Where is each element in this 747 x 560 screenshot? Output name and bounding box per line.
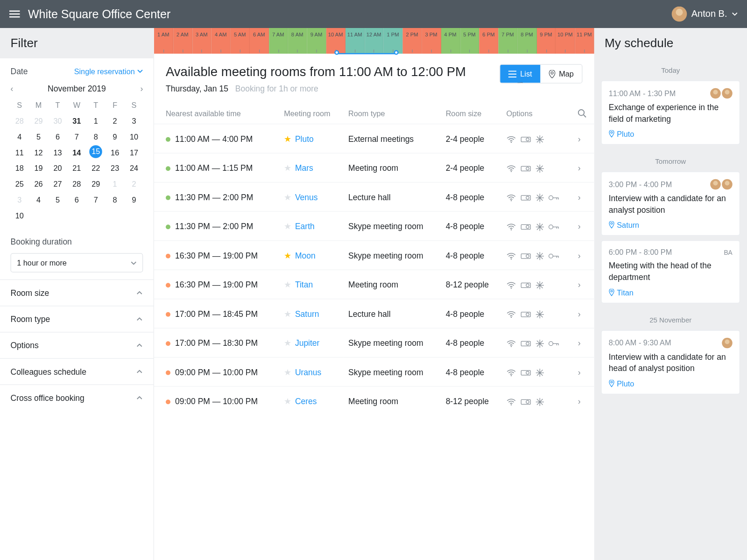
cal-day[interactable]: 9: [125, 193, 143, 207]
cal-day[interactable]: 21: [68, 161, 85, 175]
cal-day[interactable]: 29: [87, 177, 105, 191]
slider-handle-start[interactable]: [334, 50, 339, 55]
star-icon[interactable]: ★: [284, 192, 291, 202]
timeline-hour[interactable]: 11 PM: [575, 28, 594, 54]
star-icon[interactable]: ★: [284, 309, 291, 318]
timeline-hour[interactable]: 10 PM: [556, 28, 575, 54]
cal-day[interactable]: 15: [90, 145, 103, 158]
slider-handle-end[interactable]: [394, 50, 398, 55]
star-icon[interactable]: ★: [284, 367, 291, 377]
timeline-hour[interactable]: 5 AM: [231, 28, 250, 54]
timeline-hour[interactable]: 1 AM: [154, 28, 173, 54]
cal-day[interactable]: 25: [11, 177, 28, 191]
cal-day[interactable]: 30: [49, 114, 66, 128]
duration-select[interactable]: 1 hour or more: [11, 253, 143, 273]
chevron-right-icon[interactable]: ›: [573, 357, 594, 387]
cal-day[interactable]: 1: [87, 114, 105, 128]
chevron-right-icon[interactable]: ›: [573, 153, 594, 182]
cal-day[interactable]: 7: [87, 193, 105, 207]
card-location[interactable]: Pluto: [609, 130, 733, 139]
timeline-hour[interactable]: 7 AM: [269, 28, 288, 54]
cal-day[interactable]: 14: [68, 145, 85, 160]
room-link[interactable]: Uranus: [295, 367, 321, 377]
card-location[interactable]: Titan: [609, 288, 733, 297]
chevron-right-icon[interactable]: ›: [573, 241, 594, 270]
star-icon[interactable]: ★: [284, 222, 291, 231]
cal-day[interactable]: 9: [106, 130, 124, 144]
cal-day[interactable]: 4: [29, 193, 47, 207]
timeline-hour[interactable]: 3 PM: [422, 28, 441, 54]
filter-section[interactable]: Cross office booking: [0, 385, 154, 411]
room-link[interactable]: Ceres: [295, 397, 317, 406]
schedule-card[interactable]: 11:00 AM - 1:30 PMExchange of experience…: [601, 81, 740, 145]
chevron-right-icon[interactable]: ›: [573, 270, 594, 299]
cal-day[interactable]: 22: [87, 161, 105, 175]
cal-day[interactable]: 5: [49, 193, 66, 207]
cal-day[interactable]: 8: [106, 193, 124, 207]
room-row[interactable]: 16:30 PM — 19:00 PM★TitanMeeting room8-1…: [154, 270, 594, 299]
cal-day[interactable]: 24: [125, 161, 143, 175]
chevron-right-icon[interactable]: ›: [573, 328, 594, 357]
room-row[interactable]: 16:30 PM — 19:00 PM★MoonSkype meeting ro…: [154, 241, 594, 270]
room-row[interactable]: 17:00 PM — 18:45 PM★SaturnLecture hall4-…: [154, 299, 594, 329]
room-row[interactable]: 17:00 PM — 18:30 PM★JupiterSkype meeting…: [154, 328, 594, 357]
cal-day[interactable]: 28: [11, 114, 28, 128]
timeline-hour[interactable]: 7 PM: [499, 28, 518, 54]
cal-day[interactable]: 31: [68, 114, 85, 128]
timeline-hour[interactable]: 8 PM: [518, 28, 537, 54]
cal-day[interactable]: 23: [106, 161, 124, 175]
cal-day[interactable]: 18: [11, 161, 28, 175]
cal-next[interactable]: ›: [140, 84, 143, 93]
cal-day[interactable]: 10: [125, 130, 143, 144]
star-icon[interactable]: ★: [284, 397, 291, 406]
cal-day[interactable]: 26: [29, 177, 47, 191]
cal-day[interactable]: 16: [106, 145, 124, 160]
star-icon[interactable]: ★: [284, 280, 291, 289]
filter-section[interactable]: Colleagues schedule: [0, 358, 154, 385]
timeline-hour[interactable]: 4 AM: [211, 28, 231, 54]
timeline-hour[interactable]: 2 PM: [403, 28, 422, 54]
timeline-hour[interactable]: 4 PM: [441, 28, 460, 54]
filter-section[interactable]: Options: [0, 332, 154, 358]
timeline-hour[interactable]: 6 PM: [479, 28, 499, 54]
cal-day[interactable]: 19: [29, 161, 47, 175]
star-icon[interactable]: ★: [284, 134, 291, 143]
cal-day[interactable]: 7: [68, 130, 85, 144]
cal-prev[interactable]: ‹: [11, 84, 14, 93]
room-row[interactable]: 11:00 AM — 1:15 PM★MarsMeeting room2-4 p…: [154, 153, 594, 182]
timeline-hour[interactable]: 3 AM: [192, 28, 211, 54]
map-view-button[interactable]: Map: [540, 65, 582, 83]
chevron-right-icon[interactable]: ›: [573, 182, 594, 212]
chevron-right-icon[interactable]: ›: [573, 387, 594, 416]
room-row[interactable]: 11:30 PM — 2:00 PM★VenusLecture hall4-8 …: [154, 182, 594, 212]
user-menu[interactable]: Anton B.: [671, 7, 738, 22]
timeline-hour[interactable]: 8 AM: [288, 28, 307, 54]
filter-section[interactable]: Room size: [0, 280, 154, 306]
room-link[interactable]: Saturn: [295, 309, 319, 318]
cal-day[interactable]: 11: [11, 145, 28, 160]
schedule-card[interactable]: 6:00 PM - 8:00 PMBAMeeting with the head…: [601, 240, 740, 303]
cal-day[interactable]: 29: [29, 114, 47, 128]
cal-day[interactable]: 27: [49, 177, 66, 191]
cal-day[interactable]: 2: [125, 177, 143, 191]
room-row[interactable]: 11:00 AM — 4:00 PM★PlutoExternal meeting…: [154, 124, 594, 154]
cal-day[interactable]: 17: [125, 145, 143, 160]
card-location[interactable]: Saturn: [609, 221, 733, 230]
chevron-right-icon[interactable]: ›: [573, 211, 594, 241]
star-icon[interactable]: ★: [284, 251, 291, 260]
room-link[interactable]: Mars: [295, 163, 313, 173]
room-link[interactable]: Venus: [295, 192, 318, 202]
cal-day[interactable]: 20: [49, 161, 66, 175]
room-row[interactable]: 09:00 PM — 10:00 PM★UranusSkype meeting …: [154, 357, 594, 387]
timeline[interactable]: 1 AM2 AM3 AM4 AM5 AM6 AM7 AM8 AM9 AM10 A…: [154, 28, 594, 54]
room-link[interactable]: Earth: [295, 222, 315, 231]
chevron-right-icon[interactable]: ›: [573, 299, 594, 329]
cal-day[interactable]: 6: [68, 193, 85, 207]
cal-day[interactable]: 12: [29, 145, 47, 160]
cal-day[interactable]: 10: [11, 208, 28, 223]
list-view-button[interactable]: List: [500, 65, 540, 83]
room-link[interactable]: Pluto: [295, 134, 314, 143]
cal-day[interactable]: 28: [68, 177, 85, 191]
cal-day[interactable]: 2: [106, 114, 124, 128]
room-row[interactable]: 09:00 PM — 10:00 PM★CeresMeeting room8-1…: [154, 387, 594, 416]
